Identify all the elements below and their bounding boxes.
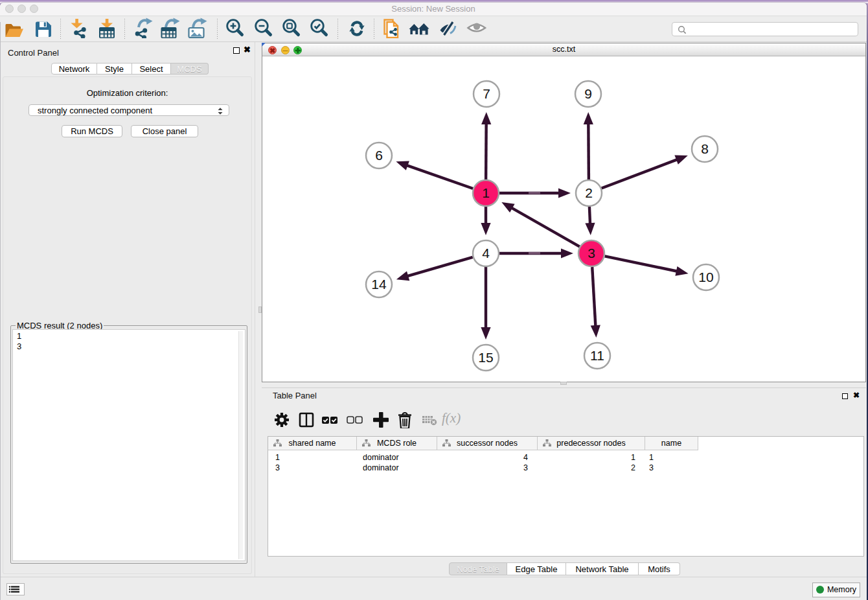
svg-text:11: 11: [590, 348, 604, 363]
svg-text:6: 6: [375, 148, 383, 163]
svg-text:14: 14: [371, 277, 387, 292]
svg-text:7: 7: [483, 86, 490, 101]
svg-text:3: 3: [588, 246, 595, 260]
svg-text:1: 1: [482, 185, 490, 200]
svg-text:10: 10: [698, 270, 713, 284]
svg-text:2: 2: [585, 185, 593, 200]
svg-text:15: 15: [478, 350, 493, 365]
svg-text:4: 4: [482, 246, 490, 260]
svg-text:8: 8: [701, 141, 709, 156]
svg-text:9: 9: [584, 86, 592, 101]
